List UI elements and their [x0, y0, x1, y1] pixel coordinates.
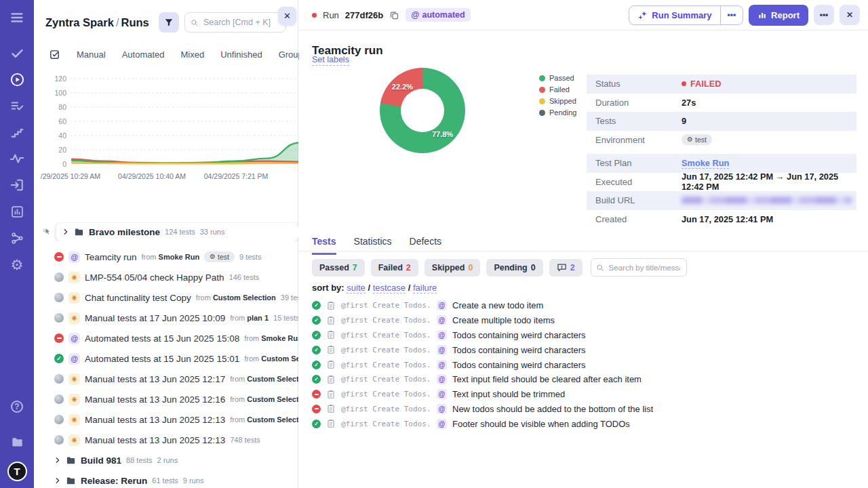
legend-label: Failed: [549, 85, 570, 94]
pinned-folder-card[interactable]: Bravo milestone124 tests33 runs: [56, 223, 298, 241]
run-summary-more-button[interactable]: •••: [720, 6, 743, 24]
test-row[interactable]: ✓@first Create Todos...@Todos containing…: [312, 342, 854, 357]
results-donut-chart: 77.8%22.2%: [380, 68, 465, 153]
run-source: from Smoke Run: [142, 253, 200, 261]
analytics-icon[interactable]: [7, 149, 26, 168]
folder-item[interactable]: Build 98188 tests2 runs: [34, 450, 298, 470]
legend-label: Pending: [549, 108, 576, 117]
test-plans-icon[interactable]: [7, 96, 26, 115]
filter-chip-comments[interactable]: 2: [549, 259, 583, 277]
legend-label: Skipped: [549, 97, 576, 105]
legend-item-skipped: Skipped: [539, 97, 576, 105]
run-list-item[interactable]: ✳Manual tests at 13 Jun 2025 12:13from C…: [34, 409, 298, 430]
build-url-redacted[interactable]: [682, 197, 852, 204]
projects-icon[interactable]: [7, 432, 26, 451]
filter-chip-passed[interactable]: Passed7: [312, 259, 365, 277]
detail-row-executed: ExecutedJun 17, 2025 12:42 PM → Jun 17, …: [587, 173, 856, 192]
run-list-item[interactable]: ✳Chat functinality test Copyfrom Custom …: [34, 287, 298, 308]
test-status-passed-icon: ✓: [312, 331, 321, 340]
donut-legend: PassedFailedSkippedPending: [539, 74, 576, 120]
tab-defects[interactable]: Defects: [410, 236, 441, 255]
help-icon[interactable]: ?: [7, 397, 26, 416]
tests-search-input[interactable]: [608, 263, 682, 272]
branches-icon[interactable]: [7, 228, 26, 247]
close-run-button[interactable]: ✕: [840, 5, 860, 25]
run-list-item[interactable]: ✳Manual tests at 13 Jun 2025 12:17from C…: [34, 369, 298, 389]
tab-mixed[interactable]: Mixed: [181, 49, 205, 60]
test-status-passed-icon: ✓: [312, 361, 321, 369]
x-tick-label: 04/29/2025 7:21 PM: [204, 172, 269, 180]
manual-run-icon: ✳: [68, 414, 80, 426]
run-list-item[interactable]: @Teamcity runfrom Smoke Run⚙test9 tests: [34, 247, 298, 267]
tab-automated[interactable]: Automated: [122, 49, 165, 60]
chip-label: Skipped: [432, 263, 465, 272]
run-list-item[interactable]: @Automated tests at 15 Jun 2025 15:08fro…: [34, 328, 298, 348]
test-row[interactable]: ✓@first Create Todos...@Create a new tod…: [312, 298, 854, 313]
close-icon: ✕: [846, 10, 853, 20]
set-labels-link[interactable]: Set labels: [312, 55, 349, 66]
clipboard-icon: [326, 330, 336, 340]
user-avatar[interactable]: T: [7, 462, 27, 481]
chevron-right-icon[interactable]: [54, 477, 61, 484]
failed-dot-icon: [682, 81, 686, 86]
bar-chart-icon: [757, 10, 767, 20]
run-list-item[interactable]: ✳LMP-554 05/04 check Happy Path146 tests: [34, 267, 298, 287]
run-list-item[interactable]: ✓@Automated tests at 15 Jun 2025 15:01fr…: [34, 348, 298, 369]
filter-chip-skipped[interactable]: Skipped0: [425, 259, 481, 277]
folder-item[interactable]: Bravo milestone124 tests33 runs: [34, 222, 298, 241]
app-root: ⚙ ?T Zyntra Spark/Runs ✕ ManualAutomated…: [0, 0, 868, 488]
close-panel-button[interactable]: ✕: [278, 7, 296, 25]
sort-by-failure[interactable]: failure: [413, 283, 437, 293]
sort-by-suite[interactable]: suite: [347, 283, 365, 293]
folder-tests-count: 88 tests: [126, 456, 153, 464]
runs-list: Bravo milestone124 tests33 runs@Teamcity…: [34, 222, 298, 488]
runs-icon[interactable]: [7, 70, 26, 89]
tests-search: [591, 258, 687, 277]
test-row[interactable]: @first Create Todos...@New todos should …: [312, 402, 854, 417]
filter-chip-pending[interactable]: Pending0: [486, 259, 542, 277]
tab-tests[interactable]: Tests: [312, 236, 336, 255]
steps-icon[interactable]: [7, 123, 26, 142]
tab-manual[interactable]: Manual: [77, 49, 106, 60]
breadcrumb-project[interactable]: Zyntra Spark: [45, 16, 114, 28]
tab-statistics[interactable]: Statistics: [354, 236, 392, 255]
test-row[interactable]: ✓@first Create Todos...@Todos containing…: [312, 328, 854, 343]
runs-search-input[interactable]: [202, 17, 280, 28]
run-list-item[interactable]: ✳Manual tests at 13 Jun 2025 12:13748 te…: [34, 430, 298, 450]
copy-run-id-button[interactable]: [389, 10, 399, 20]
automated-test-icon: @: [437, 330, 447, 340]
manual-run-icon: ✳: [68, 373, 80, 385]
import-icon[interactable]: [7, 176, 26, 195]
run-list-item[interactable]: ✳Manual tests at 13 Jun 2025 12:16from C…: [34, 389, 298, 409]
chevron-right-icon[interactable]: [54, 457, 61, 464]
x-tick-label: 04/29/2025 10:29 AM: [41, 172, 100, 180]
test-suite: @first Create Todos...: [341, 420, 431, 428]
automated-test-icon: @: [437, 345, 447, 355]
report-button[interactable]: Report: [749, 5, 808, 26]
test-row[interactable]: ✓@first Create Todos...@Create multiple …: [312, 313, 854, 328]
run-list-item[interactable]: ✳Manual tests at 17 Jun 2025 10:09from p…: [34, 308, 298, 328]
run-name: Teamcity run: [85, 252, 137, 262]
test-row[interactable]: ✓@first Create Todos...@Text input field…: [312, 372, 854, 387]
test-row[interactable]: @first Create Todos...@Text input should…: [312, 387, 854, 402]
filter-chip-failed[interactable]: Failed2: [371, 259, 418, 277]
tab-unfinished[interactable]: Unfinished: [220, 49, 262, 60]
more-options-button[interactable]: •••: [814, 5, 834, 25]
filter-button[interactable]: [159, 12, 179, 33]
test-row[interactable]: ✓@first Create Todos...@Footer should be…: [312, 416, 854, 431]
settings-icon[interactable]: ⚙: [7, 255, 26, 274]
chevron-right-icon[interactable]: [62, 228, 69, 235]
detail-label: Executed: [587, 177, 682, 187]
sort-by-testcase[interactable]: testcase: [373, 283, 406, 293]
test-plan-link[interactable]: Smoke Run: [682, 158, 729, 169]
automated-badge[interactable]: @automated: [406, 8, 470, 22]
completed-checks-icon[interactable]: [7, 43, 26, 62]
runs-search: [184, 12, 286, 33]
select-runs-icon[interactable]: [49, 49, 60, 60]
folder-item[interactable]: Release: Rerun61 tests9 runs: [34, 470, 298, 488]
menu-icon[interactable]: [7, 8, 26, 27]
test-row[interactable]: ✓@first Create Todos...@Todos containing…: [312, 357, 854, 372]
run-summary-button[interactable]: Run Summary: [629, 6, 719, 24]
chip-label: Pending: [494, 263, 527, 272]
reports-icon[interactable]: [7, 202, 26, 221]
